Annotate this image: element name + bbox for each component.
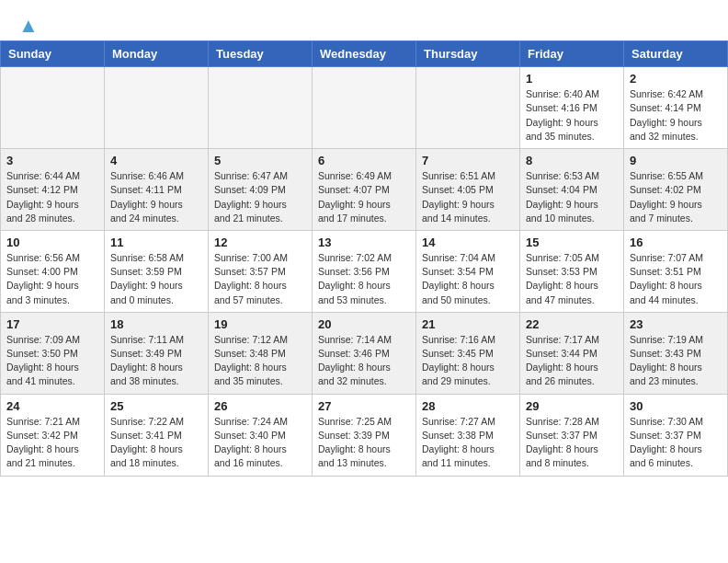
day-number: 25 [110, 399, 202, 413]
day-number: 3 [6, 154, 98, 167]
calendar-cell: 12Sunrise: 7:00 AM Sunset: 3:57 PM Dayli… [209, 230, 313, 312]
day-info: Sunrise: 7:12 AM Sunset: 3:48 PM Dayligh… [214, 333, 306, 389]
calendar-cell: 4Sunrise: 6:46 AM Sunset: 4:11 PM Daylig… [105, 149, 209, 231]
day-info: Sunrise: 7:19 AM Sunset: 3:43 PM Dayligh… [630, 333, 722, 389]
day-info: Sunrise: 7:22 AM Sunset: 3:41 PM Dayligh… [110, 415, 202, 471]
weekday-header-monday: Monday [105, 41, 209, 67]
day-info: Sunrise: 7:09 AM Sunset: 3:50 PM Dayligh… [6, 333, 98, 389]
day-number: 21 [422, 317, 514, 331]
day-number: 24 [6, 399, 98, 413]
calendar-cell [313, 67, 416, 149]
calendar-cell: 17Sunrise: 7:09 AM Sunset: 3:50 PM Dayli… [1, 312, 105, 394]
calendar-cell: 25Sunrise: 7:22 AM Sunset: 3:41 PM Dayli… [105, 394, 209, 476]
logo-text: ▲ [18, 15, 39, 37]
calendar-cell: 8Sunrise: 6:53 AM Sunset: 4:04 PM Daylig… [520, 149, 624, 231]
page-header: ▲ [0, 0, 728, 40]
day-number: 6 [318, 154, 410, 167]
day-info: Sunrise: 6:49 AM Sunset: 4:07 PM Dayligh… [318, 169, 410, 225]
calendar-cell: 13Sunrise: 7:02 AM Sunset: 3:56 PM Dayli… [313, 230, 416, 312]
weekday-header-saturday: Saturday [624, 41, 728, 67]
day-info: Sunrise: 6:44 AM Sunset: 4:12 PM Dayligh… [6, 169, 98, 225]
day-info: Sunrise: 7:21 AM Sunset: 3:42 PM Dayligh… [6, 415, 98, 471]
calendar-cell: 11Sunrise: 6:58 AM Sunset: 3:59 PM Dayli… [105, 230, 209, 312]
day-info: Sunrise: 7:27 AM Sunset: 3:38 PM Dayligh… [422, 415, 514, 471]
calendar-cell: 20Sunrise: 7:14 AM Sunset: 3:46 PM Dayli… [313, 312, 416, 394]
calendar-cell: 6Sunrise: 6:49 AM Sunset: 4:07 PM Daylig… [313, 149, 416, 231]
day-number: 9 [630, 154, 722, 167]
day-number: 22 [526, 317, 618, 331]
day-info: Sunrise: 7:04 AM Sunset: 3:54 PM Dayligh… [422, 251, 514, 307]
weekday-header-tuesday: Tuesday [209, 41, 313, 67]
calendar-cell [1, 67, 105, 149]
day-info: Sunrise: 7:02 AM Sunset: 3:56 PM Dayligh… [318, 251, 410, 307]
calendar-cell: 21Sunrise: 7:16 AM Sunset: 3:45 PM Dayli… [416, 312, 520, 394]
day-info: Sunrise: 6:58 AM Sunset: 3:59 PM Dayligh… [110, 251, 202, 307]
calendar-cell: 16Sunrise: 7:07 AM Sunset: 3:51 PM Dayli… [624, 230, 728, 312]
day-number: 17 [6, 317, 98, 331]
day-info: Sunrise: 6:53 AM Sunset: 4:04 PM Dayligh… [526, 169, 618, 225]
day-info: Sunrise: 7:24 AM Sunset: 3:40 PM Dayligh… [214, 415, 306, 471]
calendar-cell: 30Sunrise: 7:30 AM Sunset: 3:37 PM Dayli… [624, 394, 728, 476]
day-info: Sunrise: 7:25 AM Sunset: 3:39 PM Dayligh… [318, 415, 410, 471]
weekday-header-wednesday: Wednesday [313, 41, 416, 67]
calendar-cell: 5Sunrise: 6:47 AM Sunset: 4:09 PM Daylig… [209, 149, 313, 231]
day-info: Sunrise: 7:16 AM Sunset: 3:45 PM Dayligh… [422, 333, 514, 389]
day-info: Sunrise: 6:51 AM Sunset: 4:05 PM Dayligh… [422, 169, 514, 225]
calendar-cell: 26Sunrise: 7:24 AM Sunset: 3:40 PM Dayli… [209, 394, 313, 476]
day-number: 2 [630, 72, 722, 86]
calendar-cell: 22Sunrise: 7:17 AM Sunset: 3:44 PM Dayli… [520, 312, 624, 394]
day-number: 30 [630, 399, 722, 413]
day-info: Sunrise: 7:17 AM Sunset: 3:44 PM Dayligh… [526, 333, 618, 389]
calendar-cell: 1Sunrise: 6:40 AM Sunset: 4:16 PM Daylig… [520, 67, 624, 149]
day-number: 12 [214, 236, 306, 249]
day-info: Sunrise: 7:28 AM Sunset: 3:37 PM Dayligh… [526, 415, 618, 471]
calendar-cell: 19Sunrise: 7:12 AM Sunset: 3:48 PM Dayli… [209, 312, 313, 394]
calendar-cell: 15Sunrise: 7:05 AM Sunset: 3:53 PM Dayli… [520, 230, 624, 312]
day-number: 29 [526, 399, 618, 413]
logo: ▲ [18, 15, 39, 37]
calendar-cell: 28Sunrise: 7:27 AM Sunset: 3:38 PM Dayli… [416, 394, 520, 476]
calendar-cell: 24Sunrise: 7:21 AM Sunset: 3:42 PM Dayli… [1, 394, 105, 476]
calendar-cell: 2Sunrise: 6:42 AM Sunset: 4:14 PM Daylig… [624, 67, 728, 149]
calendar-cell: 23Sunrise: 7:19 AM Sunset: 3:43 PM Dayli… [624, 312, 728, 394]
day-number: 27 [318, 399, 410, 413]
day-number: 4 [110, 154, 202, 167]
calendar-cell: 3Sunrise: 6:44 AM Sunset: 4:12 PM Daylig… [1, 149, 105, 231]
day-number: 14 [422, 236, 514, 249]
calendar-cell [105, 67, 209, 149]
day-info: Sunrise: 7:14 AM Sunset: 3:46 PM Dayligh… [318, 333, 410, 389]
day-number: 1 [526, 72, 618, 86]
day-number: 10 [6, 236, 98, 249]
day-number: 28 [422, 399, 514, 413]
day-number: 26 [214, 399, 306, 413]
calendar-cell: 29Sunrise: 7:28 AM Sunset: 3:37 PM Dayli… [520, 394, 624, 476]
day-number: 7 [422, 154, 514, 167]
day-info: Sunrise: 6:55 AM Sunset: 4:02 PM Dayligh… [630, 169, 722, 225]
calendar-cell [209, 67, 313, 149]
day-info: Sunrise: 6:42 AM Sunset: 4:14 PM Dayligh… [630, 87, 722, 144]
day-info: Sunrise: 6:40 AM Sunset: 4:16 PM Dayligh… [526, 87, 618, 144]
day-number: 19 [214, 317, 306, 331]
weekday-header-friday: Friday [520, 41, 624, 67]
day-info: Sunrise: 7:00 AM Sunset: 3:57 PM Dayligh… [214, 251, 306, 307]
calendar-cell: 10Sunrise: 6:56 AM Sunset: 4:00 PM Dayli… [1, 230, 105, 312]
day-info: Sunrise: 7:11 AM Sunset: 3:49 PM Dayligh… [110, 333, 202, 389]
calendar-cell: 7Sunrise: 6:51 AM Sunset: 4:05 PM Daylig… [416, 149, 520, 231]
day-number: 5 [214, 154, 306, 167]
day-info: Sunrise: 7:30 AM Sunset: 3:37 PM Dayligh… [630, 415, 722, 471]
calendar-cell: 14Sunrise: 7:04 AM Sunset: 3:54 PM Dayli… [416, 230, 520, 312]
day-info: Sunrise: 6:56 AM Sunset: 4:00 PM Dayligh… [6, 251, 98, 307]
day-info: Sunrise: 7:05 AM Sunset: 3:53 PM Dayligh… [526, 251, 618, 307]
day-number: 18 [110, 317, 202, 331]
day-number: 13 [318, 236, 410, 249]
calendar-cell: 18Sunrise: 7:11 AM Sunset: 3:49 PM Dayli… [105, 312, 209, 394]
day-number: 23 [630, 317, 722, 331]
day-number: 20 [318, 317, 410, 331]
day-info: Sunrise: 7:07 AM Sunset: 3:51 PM Dayligh… [630, 251, 722, 307]
day-number: 8 [526, 154, 618, 167]
calendar-cell: 9Sunrise: 6:55 AM Sunset: 4:02 PM Daylig… [624, 149, 728, 231]
day-number: 11 [110, 236, 202, 249]
day-info: Sunrise: 6:46 AM Sunset: 4:11 PM Dayligh… [110, 169, 202, 225]
day-number: 16 [630, 236, 722, 249]
weekday-header-thursday: Thursday [416, 41, 520, 67]
